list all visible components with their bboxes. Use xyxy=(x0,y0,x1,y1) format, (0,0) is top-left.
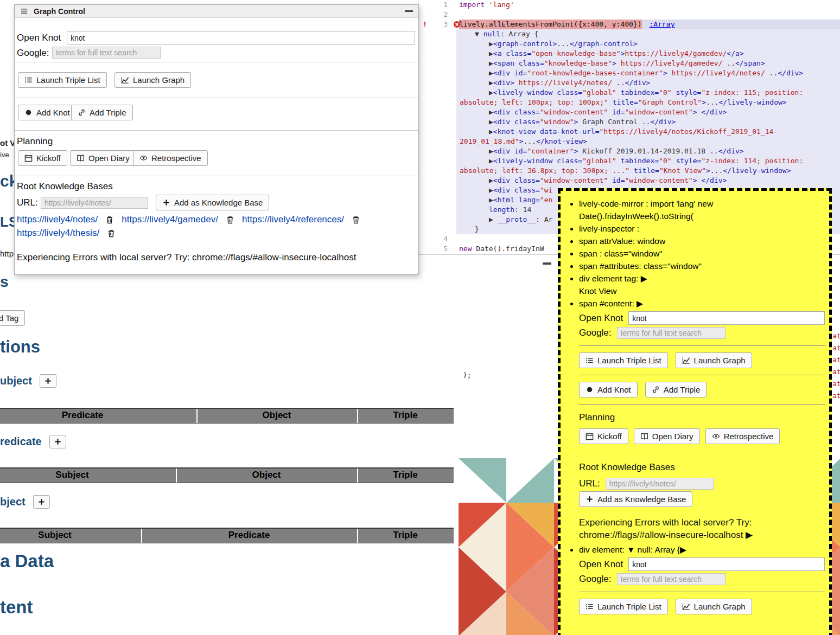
trash-icon[interactable] xyxy=(105,215,114,225)
divider xyxy=(15,98,418,98)
add-button[interactable] xyxy=(40,374,56,388)
add-knot-button[interactable]: Add Knot xyxy=(579,382,638,397)
code-line: !3 lively.allElementsFromPoint({x:400, y… xyxy=(418,20,840,29)
add-tag-button[interactable]: d Tag xyxy=(0,310,25,326)
open-knot-input[interactable] xyxy=(628,311,825,325)
url-input[interactable] xyxy=(41,197,148,209)
google-search-input[interactable] xyxy=(617,573,726,585)
add-knowledge-base-button[interactable]: Add as Knowledge Base xyxy=(156,195,269,210)
add-knowledge-base-button[interactable]: Add as Knowledge Base xyxy=(579,491,692,507)
plus-icon xyxy=(54,438,62,446)
add-knot-button[interactable]: Add Knot xyxy=(18,105,77,120)
open-diary-button[interactable]: Open Diary xyxy=(634,428,700,444)
google-label: Google: xyxy=(579,573,612,585)
code-token: 2019_01_18.md" xyxy=(460,137,519,145)
expand-toggle-icon[interactable]: ▶ xyxy=(489,215,498,223)
trash-icon[interactable] xyxy=(226,215,234,225)
code-token: <graph-control> xyxy=(493,40,557,48)
open-diary-button[interactable]: Open Diary xyxy=(70,150,136,166)
code-token: </lively-window> xyxy=(723,166,791,175)
expand-toggle-icon[interactable]: ▼ xyxy=(475,30,483,38)
google-search-input[interactable] xyxy=(52,47,161,59)
expand-toggle-icon[interactable]: ▶ xyxy=(489,118,493,126)
expand-toggle-icon[interactable]: ▶ xyxy=(489,79,493,87)
collapse-toggle-icon[interactable]: ▼ xyxy=(627,545,635,554)
root-kb-label: Root Knowledge Bases xyxy=(579,461,825,473)
launch-triple-list-button[interactable]: Launch Triple List xyxy=(579,352,668,368)
knowledge-base-link[interactable]: https://lively4/thesis/ xyxy=(17,228,99,239)
expand-toggle-icon[interactable]: ▶ xyxy=(489,40,493,48)
button-label: Launch Triple List xyxy=(597,602,661,611)
table-column-header: Triple xyxy=(393,530,417,541)
window-content: Open Knot Google: Launch Triple List Lau… xyxy=(15,18,418,274)
table-column-header: Object xyxy=(263,410,291,421)
expand-toggle-icon[interactable]: ▶ xyxy=(489,196,493,204)
array-result-link[interactable]: :Array xyxy=(650,20,675,28)
highlighted-code: lively.allElementsFromPoint({x:400, y:40… xyxy=(459,20,642,29)
retrospective-button[interactable]: Retrospective xyxy=(705,428,780,444)
launch-triple-list-button[interactable]: Launch Triple List xyxy=(579,599,668,614)
planning-label: Planning xyxy=(17,136,53,147)
expand-toggle-icon[interactable]: ▶ xyxy=(641,274,647,283)
code-token: tabindex= xyxy=(616,88,659,97)
code-token: Graph Control .. xyxy=(578,118,650,126)
expand-toggle-icon[interactable]: ▶ xyxy=(489,49,493,57)
error-icon[interactable] xyxy=(453,21,461,28)
window-menu-icon[interactable] xyxy=(20,7,28,15)
clipped-text-fragment: at xyxy=(832,380,840,388)
divider xyxy=(15,176,418,176)
expand-toggle-icon[interactable]: ▶ xyxy=(489,88,493,97)
add-triple-button[interactable]: Add Triple xyxy=(71,105,133,120)
knowledge-base-link[interactable]: https://lively4/notes/ xyxy=(17,214,98,225)
launch-graph-button[interactable]: Launch Graph xyxy=(676,352,752,368)
section-heading: ubject xyxy=(0,374,56,388)
open-knot-input[interactable] xyxy=(628,557,825,571)
inspector-entry: div element: ▼ null: Array {▶ Open Knot … xyxy=(579,543,825,614)
plus-icon xyxy=(162,198,170,207)
page-text-fragment: ot V xyxy=(0,139,15,147)
code-token: > xyxy=(693,108,697,116)
expand-toggle-icon[interactable]: ▶ xyxy=(489,59,493,67)
knowledge-base-link[interactable]: https://lively4/gamedev/ xyxy=(122,214,218,225)
table-header-row: SubjectPredicateTriple xyxy=(0,528,454,543)
open-knot-input[interactable] xyxy=(67,31,415,44)
expand-toggle-icon[interactable]: ▶ xyxy=(680,545,686,554)
inspector-entry-text: lively-inspector : xyxy=(579,224,639,233)
inspector-entry-text: Knot View xyxy=(579,286,617,296)
launch-triple-list-button[interactable]: Launch Triple List xyxy=(18,72,107,88)
expand-toggle-icon[interactable]: ▶ xyxy=(489,69,493,77)
expand-toggle-icon[interactable]: ▶ xyxy=(746,530,753,540)
trash-icon[interactable] xyxy=(107,229,116,238)
add-triple-button[interactable]: Add Triple xyxy=(645,382,707,397)
column-divider xyxy=(357,469,358,483)
expand-toggle-icon[interactable]: ▶ xyxy=(489,157,493,165)
expand-toggle-icon[interactable]: ▶ xyxy=(489,176,493,184)
launch-graph-button[interactable]: Launch Graph xyxy=(114,72,191,88)
window-titlebar[interactable]: Graph Control xyxy=(15,5,418,18)
knowledge-base-link[interactable]: https://lively4/references/ xyxy=(242,214,344,225)
trash-icon[interactable] xyxy=(352,215,360,225)
expand-toggle-icon[interactable]: ▶ xyxy=(489,127,493,136)
expand-toggle-icon[interactable]: ▶ xyxy=(489,147,493,155)
google-search-input[interactable] xyxy=(617,327,726,339)
code-token: https://lively4/notes/ xyxy=(672,69,765,77)
kickoff-button[interactable]: Kickoff xyxy=(18,150,67,166)
section-label: bject xyxy=(0,496,26,508)
add-button[interactable] xyxy=(49,435,66,448)
expand-toggle-icon[interactable]: ▶ xyxy=(489,108,493,116)
line-number: 3 xyxy=(443,20,448,28)
url-input[interactable] xyxy=(606,478,714,490)
expand-toggle-icon[interactable]: ▶ xyxy=(637,299,643,308)
launch-graph-button[interactable]: Launch Graph xyxy=(676,599,752,614)
minimize-icon[interactable] xyxy=(405,10,413,12)
expand-toggle-icon[interactable]: ▶ xyxy=(489,186,493,194)
eye-icon xyxy=(139,154,148,162)
minimize-icon[interactable] xyxy=(543,262,551,265)
kickoff-button[interactable]: Kickoff xyxy=(579,428,628,444)
section-heading: redicate xyxy=(0,435,66,448)
add-button[interactable] xyxy=(33,495,50,509)
chart-icon xyxy=(682,602,690,611)
code-token: title= xyxy=(629,166,659,175)
retrospective-button[interactable]: Retrospective xyxy=(133,150,208,166)
code-token: id= xyxy=(608,108,625,116)
